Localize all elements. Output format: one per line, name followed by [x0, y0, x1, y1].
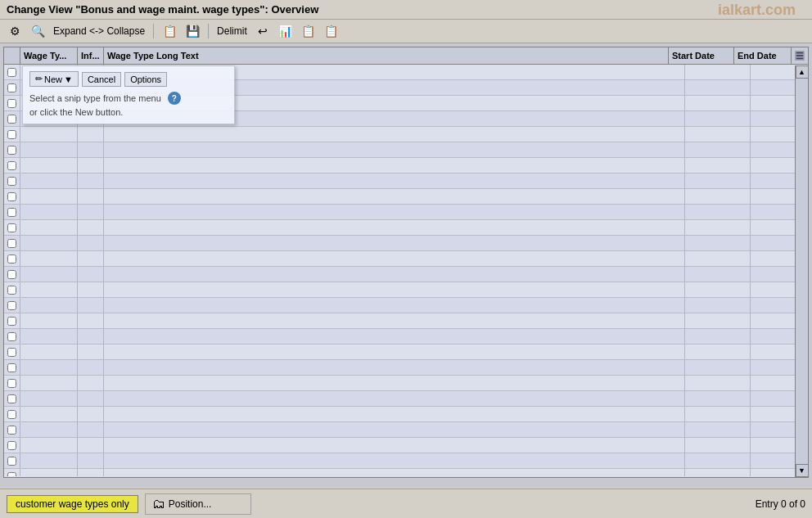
toolbar-cmd2[interactable]: 🔍	[28, 22, 47, 40]
row-checkbox[interactable]	[4, 360, 20, 375]
row-checkbox-input[interactable]	[7, 426, 16, 435]
row-checkbox[interactable]	[4, 313, 20, 328]
row-checkbox[interactable]	[4, 282, 20, 297]
row-checkbox-input[interactable]	[7, 410, 16, 419]
toolbar-save[interactable]: 💾	[183, 22, 202, 40]
row-checkbox[interactable]	[4, 80, 20, 95]
row-checkbox[interactable]	[4, 158, 20, 173]
row-checkbox-input[interactable]	[7, 332, 16, 341]
row-checkbox[interactable]	[4, 111, 20, 126]
row-checkbox[interactable]	[4, 453, 20, 468]
table-row[interactable]	[4, 205, 808, 220]
table-row[interactable]	[4, 158, 808, 173]
row-checkbox[interactable]	[4, 438, 20, 453]
toolbar-cmd1[interactable]: ⚙	[5, 22, 25, 40]
toolbar-tb7[interactable]: 📋	[322, 22, 341, 40]
col-header-startdate[interactable]: Start Date	[669, 47, 734, 64]
table-row[interactable]	[4, 313, 808, 329]
col-header-longtext[interactable]: Wage Type Long Text	[104, 47, 669, 64]
table-row[interactable]	[4, 220, 808, 236]
row-checkbox[interactable]	[4, 251, 20, 266]
row-checkbox[interactable]	[4, 96, 20, 110]
table-row[interactable]	[4, 438, 808, 453]
vertical-scrollbar[interactable]: ▲ ▼	[795, 65, 808, 477]
row-checkbox-input[interactable]	[7, 317, 16, 326]
row-checkbox-input[interactable]	[7, 208, 16, 217]
row-checkbox[interactable]	[4, 220, 20, 235]
toolbar-expand-collapse[interactable]: Expand <-> Collapse	[51, 24, 147, 38]
table-row[interactable]	[4, 267, 808, 282]
table-row[interactable]	[4, 453, 808, 469]
table-row[interactable]	[4, 173, 808, 189]
table-row[interactable]	[4, 298, 808, 313]
row-checkbox[interactable]	[4, 267, 20, 282]
scroll-up-button[interactable]: ▲	[796, 65, 809, 79]
row-checkbox[interactable]	[4, 205, 20, 219]
table-row[interactable]	[4, 127, 808, 142]
row-checkbox[interactable]	[4, 236, 20, 250]
row-checkbox-input[interactable]	[7, 83, 16, 92]
row-checkbox-input[interactable]	[7, 379, 16, 388]
table-row[interactable]	[4, 251, 808, 267]
col-header-wagety[interactable]: Wage Ty...	[20, 47, 78, 64]
col-settings-icon[interactable]	[792, 47, 808, 64]
snip-options-button[interactable]: Options	[124, 72, 167, 87]
row-checkbox-input[interactable]	[7, 192, 16, 201]
table-row[interactable]	[4, 469, 808, 476]
toolbar-copy[interactable]: 📋	[160, 22, 179, 40]
row-checkbox[interactable]	[4, 127, 20, 142]
table-row[interactable]	[4, 142, 808, 158]
row-checkbox-input[interactable]	[7, 441, 16, 450]
row-checkbox-input[interactable]	[7, 99, 16, 108]
table-row[interactable]	[4, 282, 808, 298]
row-checkbox[interactable]	[4, 376, 20, 390]
row-checkbox-input[interactable]	[7, 270, 16, 279]
toolbar-tb6[interactable]: 📋	[299, 22, 318, 40]
row-checkbox-input[interactable]	[7, 68, 16, 77]
row-checkbox-input[interactable]	[7, 457, 16, 466]
row-checkbox-input[interactable]	[7, 161, 16, 170]
row-checkbox-input[interactable]	[7, 223, 16, 232]
position-button[interactable]: 🗂 Position...	[145, 493, 251, 515]
row-checkbox[interactable]	[4, 422, 20, 437]
row-checkbox-input[interactable]	[7, 146, 16, 155]
row-checkbox-input[interactable]	[7, 348, 16, 357]
toolbar-tb5[interactable]: 📊	[276, 22, 295, 40]
scroll-down-button[interactable]: ▼	[796, 464, 809, 477]
row-checkbox[interactable]	[4, 407, 20, 421]
row-checkbox[interactable]	[4, 298, 20, 313]
row-checkbox-input[interactable]	[7, 286, 16, 295]
table-row[interactable]	[4, 189, 808, 205]
row-checkbox-input[interactable]	[7, 363, 16, 372]
col-header-inf[interactable]: Inf...	[78, 47, 104, 64]
col-header-enddate[interactable]: End Date	[734, 47, 792, 64]
row-checkbox[interactable]	[4, 189, 20, 204]
customer-wage-types-button[interactable]: customer wage types only	[7, 495, 138, 513]
snip-new-button[interactable]: ✏ New ▼	[29, 71, 79, 87]
row-checkbox-input[interactable]	[7, 130, 16, 139]
row-checkbox[interactable]	[4, 329, 20, 344]
table-row[interactable]	[4, 376, 808, 391]
row-checkbox-input[interactable]	[7, 254, 16, 264]
snip-help-icon[interactable]: ?	[168, 92, 181, 105]
snip-cancel-button[interactable]: Cancel	[82, 72, 121, 87]
row-checkbox-input[interactable]	[7, 115, 16, 124]
row-checkbox-input[interactable]	[7, 177, 16, 186]
row-checkbox-input[interactable]	[7, 239, 16, 248]
row-checkbox[interactable]	[4, 469, 20, 476]
toolbar-delimit[interactable]: Delimit	[214, 24, 250, 38]
row-checkbox-input[interactable]	[7, 394, 16, 403]
row-checkbox[interactable]	[4, 345, 20, 359]
row-checkbox[interactable]	[4, 173, 20, 188]
row-checkbox-input[interactable]	[7, 301, 16, 310]
table-row[interactable]	[4, 329, 808, 345]
row-checkbox[interactable]	[4, 391, 20, 406]
table-row[interactable]	[4, 391, 808, 407]
table-row[interactable]	[4, 360, 808, 376]
table-row[interactable]	[4, 422, 808, 438]
row-checkbox-input[interactable]	[7, 472, 16, 477]
toolbar-undo[interactable]: ↩	[253, 22, 273, 40]
table-row[interactable]	[4, 345, 808, 360]
table-row[interactable]	[4, 407, 808, 422]
row-checkbox[interactable]	[4, 142, 20, 157]
